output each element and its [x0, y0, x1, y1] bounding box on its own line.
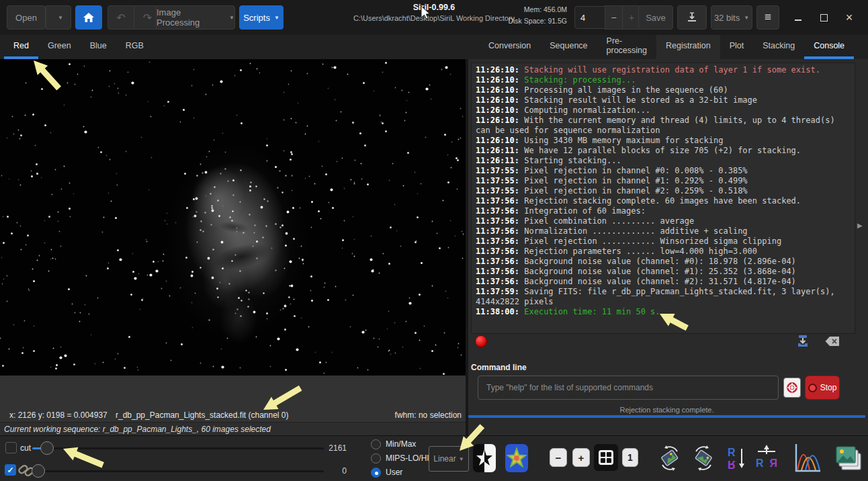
tab-conversion[interactable]: Conversion: [479, 35, 540, 59]
caret-down-icon: ▼: [459, 456, 464, 462]
minimize-button[interactable]: [789, 8, 808, 27]
tab-plot[interactable]: Plot: [720, 35, 754, 59]
console-log-line: 11:37:56: Background noise value (channe…: [476, 267, 851, 277]
rotate-ccw-button[interactable]: [657, 444, 683, 472]
home-icon: [83, 12, 95, 23]
radio-minmax[interactable]: [371, 439, 381, 449]
panel-expander-icon[interactable]: ▶: [857, 222, 863, 229]
svg-text:R: R: [769, 457, 777, 469]
console-log-line: 11:37:56: Rejection stacking complete. 6…: [476, 196, 851, 206]
histogram-button[interactable]: [793, 442, 822, 474]
home-button[interactable]: [75, 5, 102, 30]
starfield-stars: [0, 60, 1, 60]
open-button[interactable]: Open: [7, 5, 46, 30]
link-sliders-checkbox[interactable]: ✓: [5, 464, 16, 476]
tab-stacking[interactable]: Stacking: [753, 35, 804, 59]
radio-user-label: User: [386, 468, 402, 477]
image-processing-button[interactable]: Image Processing ▼: [156, 5, 235, 30]
caret-down-icon: ▼: [274, 15, 279, 21]
close-button[interactable]: ×: [840, 8, 859, 27]
zoom-one-to-one-button[interactable]: 1: [622, 448, 638, 467]
negative-view-icon: [473, 444, 496, 472]
cut-checkbox-label: cut: [20, 443, 31, 453]
tab-console-label: Console: [814, 41, 844, 50]
command-help-button[interactable]: [783, 378, 801, 398]
cut-checkbox[interactable]: [5, 442, 17, 453]
hi-slider-thumb[interactable]: [40, 441, 54, 455]
image-list-button[interactable]: [833, 441, 864, 476]
console-log-line: 11:37:56: Integration of 60 images:: [476, 206, 851, 216]
lo-slider-track[interactable]: [38, 470, 324, 472]
console-log-line: 11:37:56: Pixel combination ......... av…: [476, 216, 851, 226]
rotate-cw-button[interactable]: [691, 444, 716, 472]
tab-blue-label: Blue: [90, 41, 107, 50]
threads-decrement-button[interactable]: −: [605, 5, 623, 30]
tab-sequence[interactable]: Sequence: [540, 35, 597, 59]
stretch-mode-dropdown[interactable]: Linear ▼: [429, 446, 469, 472]
working-directory-path: C:\Users\dkracht\Desktop\SiriL Working D…: [336, 14, 532, 22]
open-menu-button[interactable]: ▼: [46, 5, 71, 30]
command-line-label: Command line: [471, 363, 527, 372]
open-button-label: Open: [15, 13, 37, 23]
stretch-mode-label: Linear: [433, 454, 455, 464]
tab-sequence-label: Sequence: [550, 41, 587, 50]
command-input[interactable]: [485, 382, 766, 393]
caret-down-icon: ▼: [58, 15, 63, 21]
export-log-button[interactable]: [794, 334, 812, 349]
clear-console-button[interactable]: [824, 334, 841, 349]
lo-slider-thumb[interactable]: [32, 464, 45, 478]
hi-slider-track[interactable]: [32, 447, 324, 449]
command-input-wrapper: [478, 376, 779, 400]
console-log-line: 11:26:10: Stacking result will be stored…: [476, 95, 851, 105]
hamburger-icon: ≡: [765, 11, 771, 24]
sequence-info-text: Current working sequence: r_db_pp_Pacman…: [4, 425, 271, 434]
close-icon: ×: [846, 11, 853, 25]
zoom-in-button[interactable]: +: [572, 448, 590, 467]
image-status-bar: x: 2126 y: 0198 = 0.004937 r_db_pp_Pacma…: [0, 408, 466, 422]
tab-registration[interactable]: Registration: [656, 35, 720, 59]
channel-tabbar: Red Green Blue RGB: [0, 35, 466, 59]
radio-user[interactable]: [371, 468, 381, 478]
save-as-button[interactable]: [677, 5, 707, 30]
console-log[interactable]: 11:26:10: Stacking will use registration…: [471, 62, 855, 334]
false-color-button[interactable]: [505, 443, 529, 473]
minimize-icon: [795, 19, 801, 21]
radio-mips[interactable]: [371, 453, 381, 464]
console-log-line: 11:38:00: Execution time: 11 min 50 s.: [476, 307, 851, 317]
lo-value: 0: [324, 466, 347, 476]
console-log-line: 11:37:56: Normalization ............. ad…: [476, 226, 851, 236]
tab-preprocessing[interactable]: Pre-processing: [597, 35, 656, 59]
threads-spinner-input[interactable]: 4: [574, 6, 605, 29]
tab-rgb[interactable]: RGB: [116, 35, 153, 59]
zoom-out-button[interactable]: −: [550, 448, 567, 467]
stop-button[interactable]: Stop: [805, 376, 840, 400]
tab-green[interactable]: Green: [38, 35, 81, 59]
maximize-button[interactable]: [814, 8, 833, 27]
tab-blue[interactable]: Blue: [81, 35, 116, 59]
tab-red[interactable]: Red: [4, 35, 38, 59]
save-button[interactable]: Save: [638, 5, 673, 30]
fwhm-status: fwhm: no selection: [395, 410, 462, 420]
undo-button[interactable]: ↶: [107, 5, 134, 30]
flip-vertical-button[interactable]: R R: [723, 444, 748, 472]
tab-console[interactable]: Console: [804, 35, 854, 59]
console-log-line: 11:37:59: Saving FITS: file r_db_pp_Pacm…: [476, 287, 851, 307]
histogram-icon: [793, 443, 822, 474]
record-log-button[interactable]: [475, 335, 487, 347]
scripts-button[interactable]: Scripts ▼: [239, 5, 284, 30]
tab-plot-label: Plot: [730, 41, 744, 50]
fit-to-window-button[interactable]: [594, 444, 618, 471]
caret-down-icon: ▼: [744, 15, 749, 21]
svg-text:R: R: [756, 457, 764, 469]
sequence-info-bar: Current working sequence: r_db_pp_Pacman…: [0, 422, 466, 435]
stop-icon: [808, 384, 817, 392]
console-log-line: 11:37:56: Background noise value (channe…: [476, 277, 851, 287]
hamburger-menu-button[interactable]: ≡: [756, 5, 779, 30]
image-display-area[interactable]: [0, 59, 466, 409]
negative-view-button[interactable]: [472, 443, 496, 473]
console-log-line: 11:26:11: Starting stacking...: [476, 156, 851, 166]
flip-horizontal-button[interactable]: R R: [754, 444, 779, 472]
bit-depth-dropdown[interactable]: 32 bits ▼: [711, 5, 752, 30]
fits-image[interactable]: [0, 60, 466, 376]
console-log-line: 11:26:10: Processing all images in the s…: [476, 85, 851, 95]
